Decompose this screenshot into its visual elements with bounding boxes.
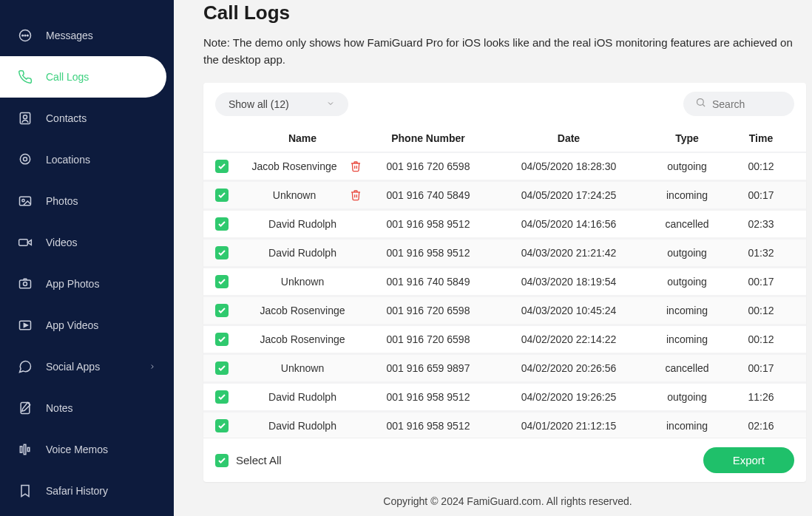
table-row[interactable]: David Rudolph001 916 958 951204/01/2020 …: [203, 413, 806, 438]
table-row[interactable]: Jacob Rosenvinge001 916 720 659804/05/20…: [203, 153, 806, 182]
cell-date: 04/03/2020 21:21:42: [495, 247, 643, 259]
select-all-checkbox[interactable]: [215, 454, 229, 467]
chat-icon: [18, 359, 33, 374]
filter-dropdown[interactable]: Show all (12): [215, 92, 348, 116]
svg-rect-10: [19, 240, 28, 245]
sidebar-item-notes[interactable]: Notes: [0, 387, 174, 429]
sidebar-item-app-photos[interactable]: App Photos: [0, 263, 174, 305]
cell-name: David Rudolph: [243, 247, 362, 259]
sidebar-item-messages[interactable]: Messages: [0, 15, 174, 56]
sidebar-item-contacts[interactable]: Contacts: [0, 98, 174, 139]
sidebar-item-safari-history[interactable]: Safari History: [0, 470, 174, 512]
demo-note: Note: The demo only shows how FamiGuard …: [203, 35, 812, 68]
row-checkbox[interactable]: [215, 304, 229, 317]
cell-phone: 001 916 958 9512: [362, 247, 495, 259]
location-icon: [18, 152, 33, 167]
row-checkbox[interactable]: [215, 217, 229, 231]
row-checkbox[interactable]: [215, 189, 229, 202]
phone-icon: [18, 69, 33, 84]
video-icon: [18, 235, 33, 250]
cell-name: David Rudolph: [243, 391, 362, 403]
cell-type: incoming: [643, 420, 731, 432]
sidebar-item-voice-memos[interactable]: Voice Memos: [0, 429, 174, 470]
row-checkbox[interactable]: [215, 275, 229, 288]
search-icon: [695, 97, 706, 111]
cell-phone: 001 916 740 5849: [362, 189, 495, 201]
sidebar-item-call-logs[interactable]: Call Logs: [0, 56, 166, 98]
cell-name: Unknown: [243, 362, 362, 374]
cell-time: 00:17: [731, 276, 791, 288]
cell-time: 11:26: [731, 391, 791, 403]
cell-type: cancelled: [643, 362, 731, 374]
svg-point-5: [24, 115, 27, 119]
cell-phone: 001 916 720 6598: [362, 305, 495, 316]
col-phone: Phone Number: [362, 132, 495, 144]
row-checkbox[interactable]: [215, 419, 229, 432]
svg-point-6: [20, 155, 30, 164]
table-row[interactable]: David Rudolph001 916 958 951204/03/2020 …: [203, 240, 806, 268]
row-checkbox[interactable]: [215, 390, 229, 404]
cell-phone: 001 916 740 5849: [362, 276, 495, 288]
cell-date: 04/02/2020 19:26:25: [495, 391, 643, 403]
export-button[interactable]: Export: [703, 447, 794, 473]
cell-phone: 001 916 958 9512: [362, 391, 495, 403]
bookmark-icon: [18, 483, 33, 498]
sidebar-item-social-apps[interactable]: Social Apps: [0, 346, 174, 387]
sidebar-item-photos[interactable]: Photos: [0, 180, 174, 222]
col-type: Type: [643, 132, 731, 144]
cell-phone: 001 916 720 6598: [362, 333, 495, 345]
trash-icon[interactable]: [350, 189, 362, 201]
table-row[interactable]: Jacob Rosenvinge001 916 720 659804/03/20…: [203, 297, 806, 326]
table-row[interactable]: Unknown001 916 659 989704/02/2020 20:26:…: [203, 355, 806, 384]
app-video-icon: [18, 318, 33, 333]
cell-type: outgoing: [643, 247, 731, 259]
table-row[interactable]: Unknown001 916 740 584904/05/2020 17:24:…: [203, 182, 806, 211]
cell-name: Jacob Rosenvinge: [243, 333, 362, 345]
app-photo-icon: [18, 276, 33, 291]
trash-icon[interactable]: [350, 160, 362, 172]
cell-date: 04/03/2020 18:19:54: [495, 276, 643, 288]
table-body[interactable]: Jacob Rosenvinge001 916 720 659804/05/20…: [203, 153, 806, 438]
search-box[interactable]: [683, 92, 794, 116]
cell-time: 00:12: [731, 160, 791, 172]
sidebar-item-safari-bookmarks[interactable]: Safari Bookmarks: [0, 512, 174, 516]
sidebar-item-label: Safari History: [46, 485, 108, 497]
cell-name: David Rudolph: [243, 218, 362, 230]
svg-point-2: [24, 35, 26, 36]
cell-type: outgoing: [643, 276, 731, 288]
row-checkbox[interactable]: [215, 333, 229, 346]
sidebar-item-label: App Photos: [46, 278, 99, 290]
table-row[interactable]: Jacob Rosenvinge001 916 720 659804/02/20…: [203, 326, 806, 355]
chevron-right-icon: [149, 361, 156, 373]
sidebar-item-app-videos[interactable]: App Videos: [0, 305, 174, 346]
table-row[interactable]: David Rudolph001 916 958 951204/02/2020 …: [203, 384, 806, 413]
cell-name: Jacob Rosenvinge: [243, 305, 362, 316]
cell-type: incoming: [643, 189, 731, 201]
page-title: Call Logs: [203, 1, 812, 24]
svg-rect-16: [21, 403, 30, 414]
table-row[interactable]: Unknown001 916 740 584904/03/2020 18:19:…: [203, 268, 806, 297]
cell-date: 04/02/2020 20:26:56: [495, 362, 643, 374]
svg-point-7: [24, 157, 27, 161]
cell-time: 02:33: [731, 218, 791, 230]
cell-time: 00:17: [731, 362, 791, 374]
row-checkbox[interactable]: [215, 246, 229, 259]
cell-date: 04/02/2020 22:14:22: [495, 333, 643, 345]
cell-time: 00:12: [731, 305, 791, 316]
cell-name: Jacob Rosenvinge: [243, 160, 345, 172]
sidebar-item-locations[interactable]: Locations: [0, 139, 174, 180]
table-footer: Select All Export: [203, 438, 806, 482]
row-checkbox[interactable]: [215, 160, 229, 173]
cell-date: 04/03/2020 10:45:24: [495, 305, 643, 316]
table-row[interactable]: David Rudolph001 916 958 951204/05/2020 …: [203, 211, 806, 240]
sidebar-item-videos[interactable]: Videos: [0, 222, 174, 263]
chevron-down-icon: [326, 98, 335, 110]
table-header: Name Phone Number Date Type Time: [203, 125, 806, 153]
row-checkbox[interactable]: [215, 361, 229, 375]
cell-phone: 001 916 958 9512: [362, 420, 495, 432]
cell-time: 02:16: [731, 420, 791, 432]
search-input[interactable]: [712, 98, 771, 110]
select-all-label: Select All: [236, 454, 282, 466]
sidebar-item-label: Notes: [46, 402, 73, 414]
svg-point-3: [27, 35, 29, 36]
